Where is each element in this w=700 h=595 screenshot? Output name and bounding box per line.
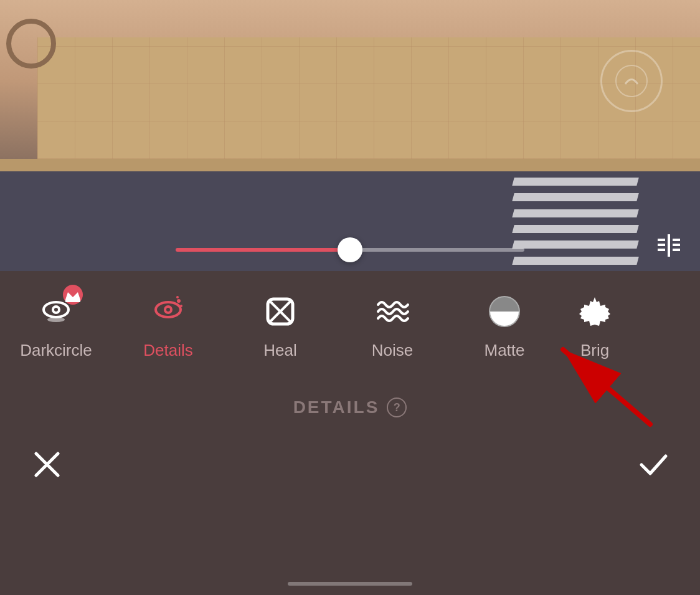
heal-label: Heal — [263, 341, 296, 360]
home-indicator — [288, 582, 412, 586]
svg-rect-5 — [673, 239, 680, 241]
svg-rect-4 — [658, 249, 665, 251]
noise-icon — [371, 290, 414, 333]
tool-darkcircle[interactable]: Darkcircle — [0, 283, 112, 366]
cancel-button[interactable] — [25, 442, 69, 486]
svg-point-18 — [180, 305, 182, 307]
details-label: Details — [143, 341, 192, 360]
svg-point-16 — [166, 308, 170, 312]
overlay-circle — [600, 50, 663, 112]
details-section-label: DETAILS — [293, 397, 380, 417]
slider-track-right — [362, 248, 524, 252]
confirm-button[interactable] — [631, 442, 675, 486]
crown-badge — [63, 285, 83, 305]
svg-rect-6 — [673, 244, 680, 246]
tool-matte[interactable]: Matte — [448, 283, 560, 366]
svg-point-17 — [177, 299, 181, 303]
noise-label: Noise — [372, 341, 413, 360]
svg-rect-1 — [668, 234, 670, 257]
action-row — [0, 430, 700, 498]
tools-row: Darkcircle Details — [0, 271, 700, 373]
brig-icon — [573, 290, 617, 333]
darkcircle-icon — [34, 290, 78, 333]
crosswalk — [513, 171, 638, 271]
matte-icon — [483, 290, 526, 333]
details-icon — [146, 290, 190, 333]
tool-details[interactable]: Details — [112, 283, 224, 366]
curb — [0, 159, 700, 171]
svg-rect-7 — [673, 249, 680, 251]
svg-marker-8 — [65, 292, 80, 300]
compare-icon[interactable] — [656, 233, 681, 262]
compare-slider[interactable] — [176, 247, 524, 252]
svg-rect-9 — [65, 300, 80, 302]
brig-label: Brig — [580, 341, 609, 360]
image-preview — [0, 0, 700, 271]
svg-rect-2 — [658, 239, 665, 241]
svg-point-13 — [47, 317, 65, 322]
heal-icon — [258, 290, 302, 333]
svg-point-19 — [176, 296, 179, 298]
bicycle-wheel — [6, 19, 56, 69]
tool-brig[interactable]: Brig — [560, 283, 629, 366]
bottom-panel: Darkcircle Details — [0, 271, 700, 595]
help-icon[interactable]: ? — [387, 397, 407, 417]
svg-rect-3 — [658, 244, 665, 246]
slider-thumb[interactable] — [338, 237, 362, 262]
matte-label: Matte — [484, 341, 524, 360]
slider-track-left — [176, 248, 338, 252]
street-background — [0, 0, 700, 271]
svg-point-12 — [54, 308, 58, 312]
darkcircle-label: Darkcircle — [20, 341, 92, 360]
details-section: DETAILS ? — [0, 391, 700, 424]
tool-noise[interactable]: Noise — [336, 283, 448, 366]
tool-heal[interactable]: Heal — [224, 283, 336, 366]
svg-point-0 — [616, 65, 647, 97]
